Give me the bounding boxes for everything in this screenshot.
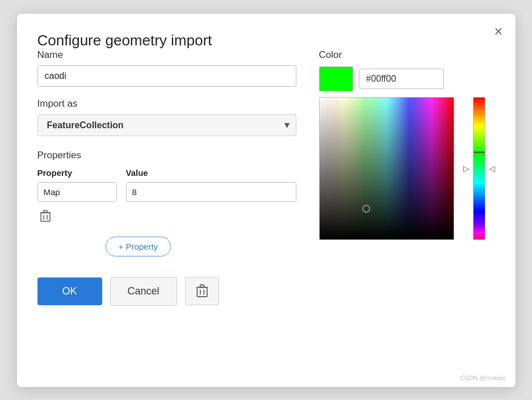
color-picker-area[interactable] (319, 97, 454, 240)
property-col-header: Property (37, 168, 117, 178)
value-col-header: Value (126, 168, 148, 178)
dark-gradient (320, 98, 454, 239)
color-preview-box[interactable] (319, 66, 353, 91)
color-picker-row: ▷ ◁ (319, 97, 495, 240)
configure-geometry-dialog: Configure geometry import × Name Import … (16, 13, 516, 388)
import-as-label: Import as (37, 98, 296, 110)
svg-rect-2 (44, 210, 47, 213)
color-hex-input[interactable] (359, 69, 444, 89)
ok-button[interactable]: OK (37, 277, 102, 305)
properties-section: Properties Property Value (37, 150, 296, 228)
hue-arrow-right-icon: ◁ (489, 164, 495, 173)
right-panel: Color ▷ ◁ (319, 49, 495, 306)
property-row (37, 182, 296, 202)
color-label: Color (319, 49, 495, 61)
svg-rect-5 (197, 287, 207, 296)
name-label: Name (37, 49, 296, 61)
import-as-select-wrapper: FeatureCollection Geometry Feature ▾ (37, 114, 296, 136)
main-content: Name Import as FeatureCollection Geometr… (37, 49, 495, 306)
properties-header: Property Value (37, 168, 296, 178)
delete-all-button[interactable] (185, 277, 219, 305)
import-as-select[interactable]: FeatureCollection Geometry Feature (37, 114, 296, 136)
close-button[interactable]: × (494, 24, 502, 39)
value-input[interactable] (126, 182, 296, 202)
trash-all-icon (196, 284, 208, 298)
svg-rect-0 (41, 213, 50, 221)
delete-row-button[interactable] (37, 208, 53, 228)
cancel-button[interactable]: Cancel (110, 277, 177, 306)
svg-rect-7 (200, 285, 204, 287)
dialog-title: Configure geometry import (37, 32, 212, 49)
property-input[interactable] (37, 182, 117, 202)
color-picker-cursor (362, 205, 370, 213)
trash-icon (40, 210, 51, 222)
hue-slider-track[interactable] (473, 97, 485, 240)
add-property-button[interactable]: + Property (106, 237, 171, 256)
properties-title: Properties (37, 150, 296, 161)
import-as-field-group: Import as FeatureCollection Geometry Fea… (37, 98, 296, 136)
left-panel: Name Import as FeatureCollection Geometr… (37, 49, 296, 306)
color-preview-row (319, 66, 495, 91)
watermark: CSDN @runepic (460, 374, 506, 381)
hue-slider-handle (474, 151, 485, 153)
name-input[interactable] (37, 65, 296, 87)
hue-arrow-left-icon: ▷ (463, 164, 470, 173)
hue-slider-wrapper: ▷ ◁ (463, 97, 495, 240)
name-field-group: Name (37, 49, 296, 98)
bottom-bar: OK Cancel (37, 277, 296, 306)
